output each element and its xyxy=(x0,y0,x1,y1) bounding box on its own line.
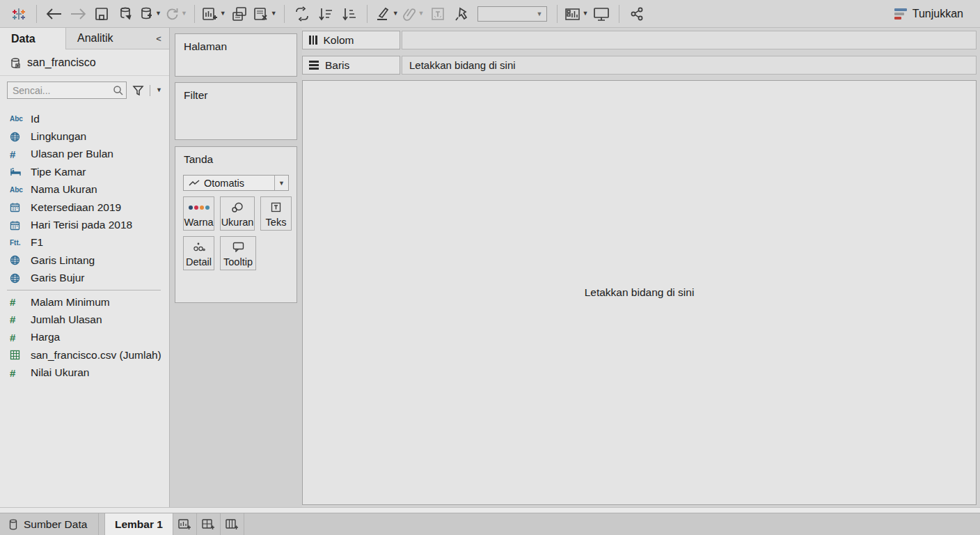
field-lingkungan[interactable]: Lingkungan xyxy=(0,127,169,145)
dropdown-caret-icon[interactable]: ▼ xyxy=(393,10,399,17)
tooltip-button[interactable]: Tooltip xyxy=(220,236,256,270)
view-canvas[interactable]: Letakkan bidang di sini xyxy=(302,80,977,505)
tableau-logo-icon[interactable] xyxy=(8,3,29,24)
field-jumlah-ulasan[interactable]: # Jumlah Ulasan xyxy=(0,311,169,328)
filters-card-title: Filter xyxy=(175,83,297,102)
field-id[interactable]: Abc Id xyxy=(0,110,169,127)
marks-card: Tanda Otomatis ▼ Warna xyxy=(175,146,297,303)
field-ketersediaan-2019[interactable]: Ketersediaan 2019 xyxy=(0,199,169,216)
field-garis-lintang[interactable]: Garis Lintang xyxy=(0,251,169,269)
share-icon[interactable] xyxy=(626,3,647,24)
sort-ascending-icon[interactable] xyxy=(315,3,336,24)
filters-card[interactable]: Filter xyxy=(175,82,297,140)
detail-icon xyxy=(193,240,205,254)
rows-shelf[interactable]: Letakkan bidang di sini xyxy=(402,56,977,75)
group-members-icon[interactable]: ▼ xyxy=(402,3,425,24)
back-icon[interactable] xyxy=(44,3,65,24)
field-nama-ukuran[interactable]: Abc Nama Ukuran xyxy=(0,181,169,199)
presentation-mode-icon[interactable] xyxy=(591,3,612,24)
sort-descending-icon[interactable] xyxy=(339,3,360,24)
filter-fields-icon[interactable] xyxy=(132,85,144,96)
columns-shelf[interactable] xyxy=(402,31,977,49)
search-icon xyxy=(113,85,123,95)
new-worksheet-button[interactable] xyxy=(173,513,197,535)
field-san-francisco-count[interactable]: san_francisco.csv (Jumlah) xyxy=(0,346,169,364)
table-icon xyxy=(10,350,31,360)
dropdown-caret-icon[interactable]: ▼ xyxy=(155,10,161,17)
data-source-tab[interactable]: Sumber Data xyxy=(0,513,99,535)
hash-icon: # xyxy=(10,296,31,308)
horizontal-scrollbar[interactable] xyxy=(0,507,980,513)
columns-shelf-label: Kolom xyxy=(302,31,400,49)
rows-icon xyxy=(309,61,319,70)
dropdown-caret-icon[interactable]: ▼ xyxy=(181,10,187,17)
pages-card[interactable]: Halaman xyxy=(175,33,297,77)
toolbar-separator xyxy=(284,5,285,23)
forward-icon[interactable] xyxy=(68,3,88,24)
sheet-tab-lembar-1[interactable]: Lembar 1 xyxy=(104,513,173,535)
save-icon[interactable] xyxy=(91,3,112,24)
marks-card-title: Tanda xyxy=(175,147,297,166)
fix-axes-icon[interactable] xyxy=(451,3,472,24)
hash-icon: # xyxy=(10,367,31,379)
duplicate-sheet-icon[interactable] xyxy=(229,3,250,24)
bottom-bar: Sumber Data Lembar 1 xyxy=(0,513,980,535)
color-button[interactable]: Warna xyxy=(183,196,214,231)
dropdown-caret-icon[interactable]: ▼ xyxy=(220,10,226,17)
columns-shelf-row: Kolom xyxy=(302,31,977,49)
ftt-icon: Ftt. xyxy=(10,239,31,247)
text-abc-icon: Abc xyxy=(10,115,31,123)
show-mark-labels-icon[interactable] xyxy=(427,3,448,24)
new-data-source-icon[interactable] xyxy=(115,3,136,24)
columns-icon xyxy=(309,36,317,45)
dropdown-caret-icon[interactable]: ▼ xyxy=(583,10,589,17)
rows-shelf-label: Baris xyxy=(302,56,400,75)
hash-icon: # xyxy=(10,332,31,343)
field-nilai-ukuran[interactable]: # Nilai Ukuran xyxy=(0,364,169,381)
refresh-data-source-icon[interactable]: ▼ xyxy=(164,3,187,24)
dropdown-caret-icon[interactable]: ▼ xyxy=(271,10,277,17)
clear-sheet-icon[interactable]: ▼ xyxy=(253,3,277,24)
collapse-pane-icon[interactable]: < xyxy=(148,28,169,49)
toolbar-separator xyxy=(36,5,37,23)
marks-buttons: Warna Ukuran Teks xyxy=(183,196,292,270)
new-worksheet-icon[interactable]: ▼ xyxy=(202,3,226,24)
text-icon xyxy=(271,201,281,214)
field-hari-terisi-2018[interactable]: Hari Terisi pada 2018 xyxy=(0,216,169,233)
field-garis-bujur[interactable]: Garis Bujur xyxy=(0,270,169,287)
field-f1[interactable]: Ftt. F1 xyxy=(0,234,169,251)
show-me-label: Tunjukkan xyxy=(912,8,963,20)
data-pane: Data Analitik < san_francisco ▼ Abc xyxy=(0,28,170,507)
dropdown-caret-icon[interactable]: ▼ xyxy=(418,10,425,17)
datasource-row[interactable]: san_francisco xyxy=(0,49,169,76)
canvas-drop-hint: Letakkan bidang di sini xyxy=(585,286,695,299)
field-ulasan-per-bulan[interactable]: # Ulasan per Bulan xyxy=(0,146,169,163)
rows-shelf-hint: Letakkan bidang di sini xyxy=(409,59,516,71)
new-dashboard-button[interactable] xyxy=(197,513,221,535)
field-options-caret-icon[interactable]: ▼ xyxy=(156,87,162,93)
add-data-source-icon[interactable]: ▼ xyxy=(139,3,161,24)
fit-selector[interactable]: ▼ xyxy=(477,6,547,22)
mark-type-dropdown[interactable]: Otomatis ▼ xyxy=(183,175,289,191)
show-me-icon xyxy=(894,8,907,20)
text-abc-icon: Abc xyxy=(10,186,31,194)
show-me-button[interactable]: Tunjukkan xyxy=(894,8,963,20)
hash-icon: # xyxy=(10,313,31,325)
detail-button[interactable]: Detail xyxy=(183,236,214,270)
toolbar-separator xyxy=(367,5,368,23)
show-hide-cards-icon[interactable]: ▼ xyxy=(564,3,589,24)
text-button[interactable]: Teks xyxy=(260,196,292,231)
tab-data[interactable]: Data xyxy=(0,28,66,49)
swap-rows-columns-icon[interactable] xyxy=(292,3,313,24)
tab-analytics[interactable]: Analitik xyxy=(66,28,148,49)
field-tipe-kamar[interactable]: Tipe Kamar xyxy=(0,163,169,180)
size-button[interactable]: Ukuran xyxy=(220,196,255,231)
pages-card-title: Halaman xyxy=(175,34,297,53)
field-harga[interactable]: # Harga xyxy=(0,329,169,346)
dropdown-caret-icon[interactable]: ▼ xyxy=(274,176,288,190)
field-malam-minimum[interactable]: # Malam Minimum xyxy=(0,293,169,311)
highlight-icon[interactable]: ▼ xyxy=(374,3,399,24)
search-input[interactable] xyxy=(7,82,127,99)
new-story-button[interactable] xyxy=(221,513,244,535)
toolbar-separator xyxy=(619,5,619,23)
